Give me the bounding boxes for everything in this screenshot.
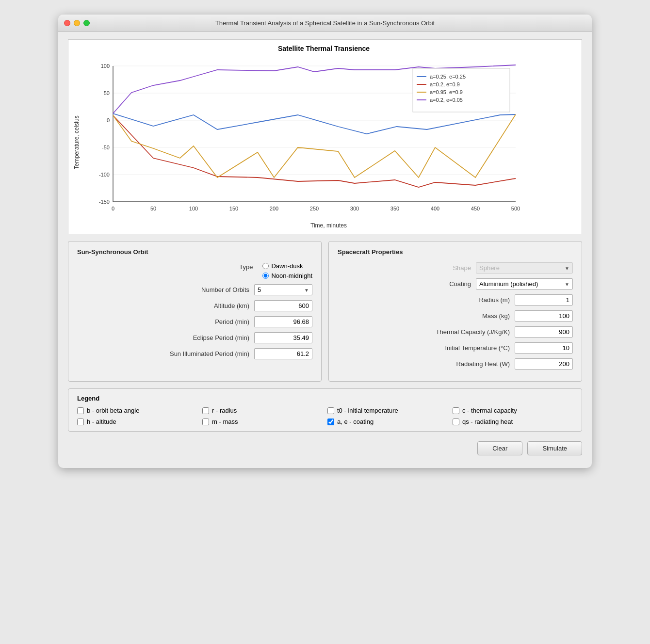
legend-cb-t0[interactable] [327, 407, 334, 414]
legend-item-t0[interactable]: t0 - initial temperature [327, 407, 448, 414]
mass-row: Mass (kg) 100 [338, 310, 573, 322]
num-orbits-select[interactable]: 1234 567 8910 [254, 284, 312, 295]
chart-svg: 100 50 0 -50 -100 -150 0 50 100 150 200 … [83, 56, 549, 221]
eclipse-row: Eclipse Period (min) 35.49 [77, 332, 312, 343]
svg-text:500: 500 [511, 206, 520, 211]
panels-row: Sun-Synchronous Orbit Type Dawn-dusk Noo… [68, 241, 582, 382]
svg-text:200: 200 [270, 206, 278, 211]
titlebar: Thermal Transient Analysis of a Spherica… [58, 15, 592, 32]
dawn-dusk-radio[interactable] [262, 263, 269, 269]
legend-panel: Legend b - orbit beta angle r - radius t… [68, 388, 582, 432]
legend-label-c: c - thermal capacity [462, 407, 517, 414]
period-row: Period (min) 96.68 [77, 316, 312, 327]
svg-text:400: 400 [431, 206, 439, 211]
coating-row: Coating Aluminium (polished) Black paint… [338, 278, 573, 290]
type-radio-group: Dawn-dusk Noon-midnight [262, 262, 312, 279]
svg-text:a=0.2, e=0.9: a=0.2, e=0.9 [430, 81, 460, 87]
maximize-button[interactable] [83, 20, 90, 26]
legend-label-t0: t0 - initial temperature [337, 407, 398, 414]
legend-cb-qs[interactable] [453, 419, 459, 425]
thermal-row: Thermal Capacity (J/Kg/K) 900 [338, 326, 573, 338]
thermal-input[interactable]: 900 [515, 326, 573, 338]
svg-text:a=0.95, e=0.9: a=0.95, e=0.9 [430, 89, 463, 95]
eclipse-label: Eclipse Period (min) [193, 334, 249, 341]
legend-item-h[interactable]: h - altitude [77, 418, 197, 425]
type-label: Type [239, 263, 253, 271]
svg-text:a=0.2, e=0.05: a=0.2, e=0.05 [430, 97, 463, 103]
main-content: Satellite Thermal Transience Temperature… [58, 32, 592, 468]
shape-row: Shape Sphere ▼ [338, 262, 573, 274]
close-button[interactable] [64, 20, 70, 26]
mass-input[interactable]: 100 [515, 310, 573, 322]
mass-label: Mass (kg) [482, 312, 510, 320]
period-input[interactable]: 96.68 [254, 316, 312, 327]
orbit-panel-title: Sun-Synchronous Orbit [77, 248, 312, 256]
noon-midnight-label: Noon-midnight [271, 272, 312, 279]
window-title: Thermal Transient Analysis of a Spherica… [215, 19, 435, 27]
initial-temp-input[interactable]: 10 [515, 342, 573, 354]
legend-label-qs: qs - radiating heat [462, 418, 513, 425]
minimize-button[interactable] [74, 20, 80, 26]
altitude-row: Altitude (km) 600 [77, 300, 312, 311]
legend-item-r[interactable]: r - radius [202, 407, 323, 414]
shape-select-wrapper: Sphere ▼ [476, 262, 573, 274]
altitude-label: Altitude (km) [214, 302, 249, 309]
type-row: Type Dawn-dusk Noon-midnight [77, 262, 312, 279]
radiating-label: Radiating Heat (W) [456, 360, 510, 368]
legend-cb-r[interactable] [202, 407, 209, 414]
period-label: Period (min) [215, 318, 249, 325]
noon-midnight-option[interactable]: Noon-midnight [262, 272, 312, 279]
svg-text:100: 100 [101, 63, 110, 69]
legend-item-qs[interactable]: qs - radiating heat [453, 418, 573, 425]
coating-label: Coating [449, 280, 471, 288]
x-axis-label: Time, minutes [83, 222, 574, 229]
orbit-panel: Sun-Synchronous Orbit Type Dawn-dusk Noo… [68, 241, 322, 382]
legend-title: Legend [77, 395, 573, 402]
legend-item-b[interactable]: b - orbit beta angle [77, 407, 197, 414]
legend-cb-c[interactable] [453, 407, 459, 414]
shape-label: Shape [453, 264, 471, 272]
chart-container: Satellite Thermal Transience Temperature… [68, 39, 582, 234]
svg-text:250: 250 [310, 206, 319, 211]
legend-cb-m[interactable] [202, 419, 209, 425]
dawn-dusk-option[interactable]: Dawn-dusk [262, 262, 303, 270]
legend-item-ae[interactable]: a, e - coating [327, 418, 448, 425]
svg-text:-100: -100 [99, 172, 110, 177]
traffic-lights [64, 20, 90, 26]
svg-text:150: 150 [229, 206, 238, 211]
main-window: Thermal Transient Analysis of a Spherica… [58, 15, 592, 468]
legend-grid: b - orbit beta angle r - radius t0 - ini… [77, 407, 573, 425]
spacecraft-panel-title: Spacecraft Properties [338, 248, 573, 256]
legend-label-h: h - altitude [87, 418, 116, 425]
shape-select[interactable]: Sphere [476, 262, 573, 274]
num-orbits-label: Number of Orbits [201, 286, 249, 293]
coating-select[interactable]: Aluminium (polished) Black paint White p… [476, 278, 573, 290]
sun-label: Sun Illuminated Period (min) [170, 350, 249, 357]
legend-label-ae: a, e - coating [337, 418, 374, 425]
sun-row: Sun Illuminated Period (min) 61.2 [77, 348, 312, 359]
legend-cb-h[interactable] [77, 419, 84, 425]
button-row: Clear Simulate [68, 438, 582, 458]
svg-text:a=0.25, e=0.25: a=0.25, e=0.25 [430, 74, 466, 80]
legend-item-m[interactable]: m - mass [202, 418, 323, 425]
spacecraft-panel: Spacecraft Properties Shape Sphere ▼ Coa… [328, 241, 582, 382]
svg-text:100: 100 [189, 206, 198, 211]
legend-label-m: m - mass [212, 418, 238, 425]
legend-item-c[interactable]: c - thermal capacity [453, 407, 573, 414]
legend-label-r: r - radius [212, 407, 237, 414]
noon-midnight-radio[interactable] [262, 273, 269, 279]
clear-button[interactable]: Clear [477, 441, 522, 455]
svg-text:450: 450 [471, 206, 480, 211]
eclipse-input[interactable]: 35.49 [254, 332, 312, 343]
simulate-button[interactable]: Simulate [527, 441, 582, 455]
sun-input[interactable]: 61.2 [254, 348, 312, 359]
chart-area: Temperature, celsius [73, 56, 574, 229]
radius-input[interactable]: 1 [515, 294, 573, 306]
svg-text:50: 50 [104, 90, 110, 96]
legend-cb-ae[interactable] [327, 419, 334, 425]
legend-cb-b[interactable] [77, 407, 84, 414]
chart-title: Satellite Thermal Transience [73, 45, 574, 52]
initial-temp-label: Initial Temperature (°C) [445, 344, 510, 352]
altitude-input[interactable]: 600 [254, 300, 312, 311]
radiating-input[interactable]: 200 [515, 358, 573, 370]
